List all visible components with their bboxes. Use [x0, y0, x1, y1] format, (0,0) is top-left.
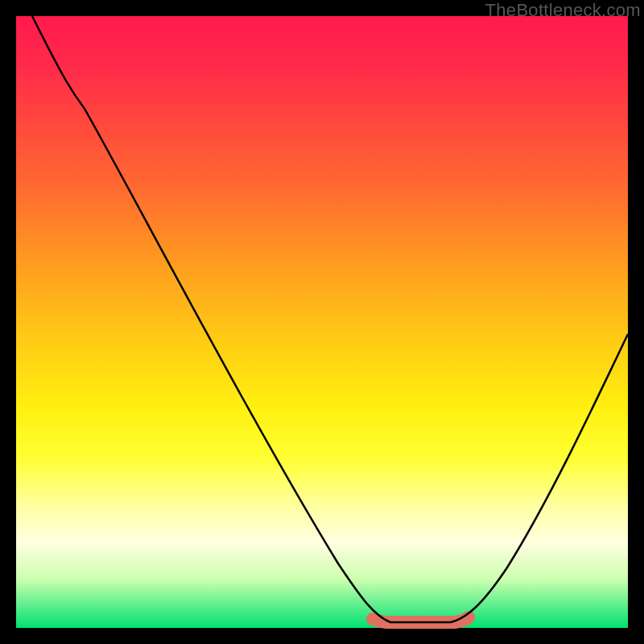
chart-frame: TheBottleneck.com: [0, 0, 644, 644]
plot-area: [16, 16, 628, 628]
bottleneck-curve: [32, 16, 628, 622]
watermark-text: TheBottleneck.com: [485, 0, 641, 21]
curve-svg: [16, 16, 628, 628]
